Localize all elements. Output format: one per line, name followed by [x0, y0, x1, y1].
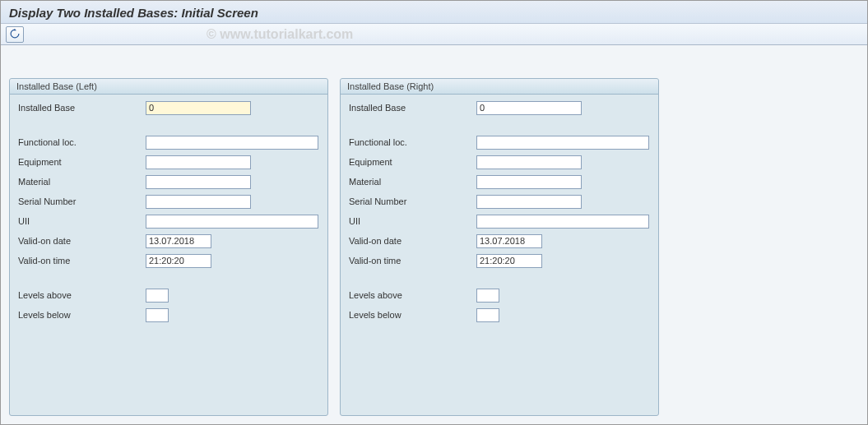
input-left-functional-loc[interactable] [146, 136, 318, 150]
row-right-serial-number: Serial Number [349, 192, 650, 211]
row-left-valid-on-time: Valid-on time [18, 251, 319, 270]
label-right-uii: UII [349, 216, 476, 226]
input-left-uii[interactable] [146, 215, 318, 229]
row-left-uii: UII [18, 211, 319, 231]
panel-right: Installed Base (Right) Installed Base Fu… [340, 78, 659, 416]
row-left-serial-number: Serial Number [18, 192, 319, 211]
input-right-installed-base[interactable] [476, 101, 582, 115]
input-left-equipment[interactable] [146, 155, 251, 169]
row-right-material: Material [349, 172, 650, 192]
row-left-levels-above: Levels above [18, 285, 319, 305]
label-right-levels-above: Levels above [349, 290, 476, 300]
input-right-material[interactable] [476, 175, 582, 189]
input-right-uii[interactable] [476, 215, 649, 229]
spacer [349, 118, 650, 132]
row-left-functional-loc: Functional loc. [18, 132, 319, 152]
label-left-levels-below: Levels below [18, 310, 146, 320]
input-right-valid-on-date[interactable] [476, 234, 542, 248]
label-right-serial-number: Serial Number [349, 196, 476, 206]
label-left-levels-above: Levels above [18, 290, 146, 300]
row-right-equipment: Equipment [349, 152, 650, 172]
input-right-serial-number[interactable] [476, 195, 582, 209]
panel-left-body: Installed Base Functional loc. Equipment… [10, 95, 327, 328]
input-left-levels-above[interactable] [146, 289, 169, 303]
input-left-valid-on-date[interactable] [146, 234, 211, 248]
label-right-material: Material [349, 177, 476, 187]
label-right-equipment: Equipment [349, 157, 476, 167]
label-left-serial-number: Serial Number [18, 196, 146, 206]
spacer [18, 118, 319, 132]
panel-left: Installed Base (Left) Installed Base Fun… [9, 78, 328, 416]
label-right-functional-loc: Functional loc. [349, 137, 476, 147]
spacer [18, 270, 319, 285]
label-right-levels-below: Levels below [349, 310, 476, 320]
label-right-valid-on-date: Valid-on date [349, 236, 476, 246]
row-left-installed-base: Installed Base [18, 98, 319, 118]
page-title: Display Two Installed Bases: Initial Scr… [9, 6, 859, 20]
row-right-levels-above: Levels above [349, 285, 650, 305]
execute-icon [10, 29, 20, 40]
row-right-functional-loc: Functional loc. [349, 132, 650, 152]
watermark-text: © www.tutorialkart.com [207, 27, 353, 42]
input-right-equipment[interactable] [476, 155, 582, 169]
label-right-valid-on-time: Valid-on time [349, 256, 476, 266]
row-right-valid-on-date: Valid-on date [349, 231, 650, 251]
row-left-levels-below: Levels below [18, 305, 319, 325]
input-left-installed-base[interactable] [146, 101, 251, 115]
label-left-equipment: Equipment [18, 157, 146, 167]
label-left-uii: UII [18, 216, 146, 226]
row-right-uii: UII [349, 211, 650, 231]
content-area: Installed Base (Left) Installed Base Fun… [1, 45, 867, 424]
label-left-valid-on-date: Valid-on date [18, 236, 146, 246]
label-right-installed-base: Installed Base [349, 103, 476, 113]
row-left-material: Material [18, 172, 319, 192]
execute-button[interactable] [6, 26, 24, 43]
input-left-levels-below[interactable] [146, 308, 169, 322]
label-left-valid-on-time: Valid-on time [18, 256, 146, 266]
row-right-levels-below: Levels below [349, 305, 650, 325]
row-left-equipment: Equipment [18, 152, 319, 172]
panel-left-header: Installed Base (Left) [10, 79, 327, 95]
panel-right-body: Installed Base Functional loc. Equipment… [341, 95, 658, 328]
input-right-levels-above[interactable] [476, 289, 499, 303]
input-left-material[interactable] [146, 175, 251, 189]
input-right-functional-loc[interactable] [476, 136, 649, 150]
label-left-material: Material [18, 177, 146, 187]
title-bar: Display Two Installed Bases: Initial Scr… [1, 1, 867, 24]
row-right-valid-on-time: Valid-on time [349, 251, 650, 270]
input-left-valid-on-time[interactable] [146, 254, 211, 268]
input-right-valid-on-time[interactable] [476, 254, 542, 268]
label-left-functional-loc: Functional loc. [18, 137, 146, 147]
row-left-valid-on-date: Valid-on date [18, 231, 319, 251]
spacer [349, 270, 650, 285]
panel-right-header: Installed Base (Right) [341, 79, 658, 95]
input-right-levels-below[interactable] [476, 308, 499, 322]
input-left-serial-number[interactable] [146, 195, 251, 209]
toolbar: © www.tutorialkart.com [1, 24, 867, 45]
row-right-installed-base: Installed Base [349, 98, 650, 118]
label-left-installed-base: Installed Base [18, 103, 146, 113]
